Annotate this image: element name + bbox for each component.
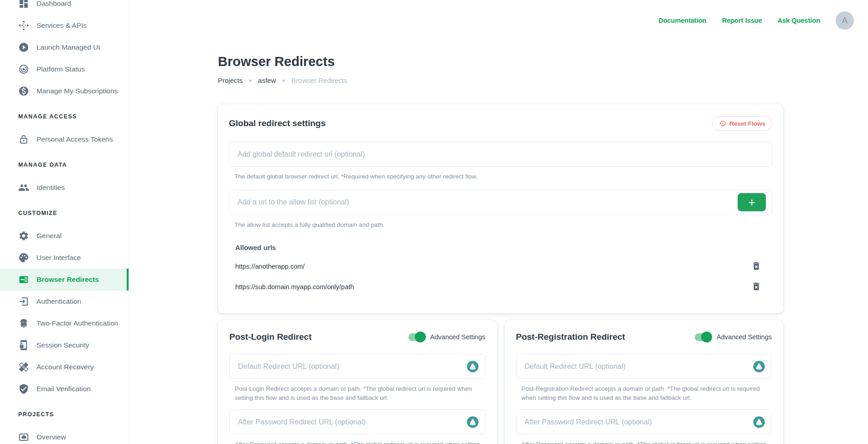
sidebar-item-label: Account Recovery	[36, 363, 94, 371]
avatar[interactable]: A	[836, 11, 854, 30]
add-allow-url-button[interactable]: +	[738, 193, 766, 211]
plus-icon: +	[749, 197, 755, 208]
phone-lock-icon	[18, 340, 29, 351]
breadcrumb-separator: ●	[248, 77, 252, 84]
lock-icon	[18, 134, 29, 145]
post-registration-default-redirect-input[interactable]	[516, 354, 772, 379]
sidebar-item-overview[interactable]: Overview	[0, 426, 129, 444]
sidebar-section-manage-access: MANAGE ACCESS	[0, 109, 129, 124]
healing-icon	[18, 362, 29, 373]
ask-question-link[interactable]: Ask Question	[778, 17, 820, 24]
global-default-redirect-url-input[interactable]	[229, 142, 772, 167]
allowed-url-row: https://sub.domain.myapp.com/only/path	[235, 281, 772, 292]
card-title: Post-Registration Redirect	[516, 332, 625, 342]
sidebar-item-account-recovery[interactable]: Account Recovery	[0, 356, 129, 378]
post-login-after-password-input[interactable]	[229, 409, 486, 434]
dashboard-icon	[18, 0, 29, 9]
sidebar-item-user-interface[interactable]: User Interface	[0, 247, 129, 269]
post-registration-redirect-card: Post-Registration Redirect Advanced Sett…	[505, 320, 784, 444]
cloud-box-icon	[18, 432, 29, 443]
post-login-redirect-card: Post-Login Redirect Advanced Settings Po…	[218, 320, 497, 444]
dollar-circle-icon	[18, 86, 29, 97]
services-apis-icon	[18, 20, 29, 31]
allow-list-helper-text: The allow list accepts a fully qualified…	[234, 220, 772, 230]
sidebar-item-platform-status[interactable]: Platform Status	[0, 58, 129, 80]
sidebar-item-label: Email Verification	[36, 385, 91, 393]
sidebar-item-label: Personal Access Tokens	[36, 135, 113, 143]
gear-icon	[18, 230, 29, 241]
breadcrumb-project-name[interactable]: asfew	[258, 77, 276, 84]
sidebar: Dashboard Services & APIs Launch Managed…	[0, 0, 129, 444]
breadcrumb-current: Browser Redirects	[291, 77, 347, 84]
sidebar-item-launch-managed-ui[interactable]: Launch Managed UI	[0, 36, 129, 58]
main-area: Documentation Report Issue Ask Question …	[129, 0, 868, 444]
advanced-settings-label: Advanced Settings	[717, 333, 772, 341]
sidebar-item-browser-redirects[interactable]: Browser Redirects	[0, 269, 129, 291]
breadcrumb-separator: ●	[282, 77, 285, 84]
shield-check-icon	[18, 383, 29, 394]
sidebar-item-services-apis[interactable]: Services & APIs	[0, 15, 129, 36]
flow-arc-icon	[752, 360, 766, 373]
allowed-url: https://sub.domain.myapp.com/only/path	[235, 283, 354, 291]
sidebar-item-manage-subscriptions[interactable]: Manage My Subscriptions	[0, 80, 129, 102]
sidebar-item-label: Overview	[36, 433, 66, 441]
advanced-settings-toggle[interactable]	[695, 333, 711, 341]
sidebar-item-general[interactable]: General	[0, 225, 129, 247]
post-registration-after-password-input[interactable]	[516, 409, 772, 434]
people-icon	[18, 182, 29, 193]
sidebar-item-label: Two-Factor Authentication	[36, 319, 118, 327]
advanced-settings-label: Advanced Settings	[430, 333, 486, 341]
sidebar-item-label: Platform Status	[36, 65, 85, 73]
post-registration-default-helper: Post-Registration Redirect accepts a dom…	[522, 384, 772, 402]
breadcrumb: Projects ● asfew ● Browser Redirects	[218, 77, 783, 84]
sidebar-item-two-factor[interactable]: Two-Factor Authentication	[0, 312, 129, 334]
sidebar-item-label: Browser Redirects	[36, 276, 99, 284]
post-registration-after-password-helper: After Password accepts a domain or path.…	[522, 440, 772, 444]
sidebar-item-label: Authentication	[36, 297, 81, 306]
platform-status-icon	[18, 64, 29, 75]
palette-icon	[18, 252, 29, 263]
card-title: Global redirect settings	[229, 118, 326, 128]
sidebar-item-label: Services & APIs	[36, 21, 87, 30]
trash-x-icon	[751, 286, 761, 293]
sidebar-item-dashboard[interactable]: Dashboard	[0, 0, 129, 15]
flow-arc-icon	[466, 360, 480, 373]
page-content: Browser Redirects Projects ● asfew ● Bro…	[218, 0, 783, 444]
post-login-default-redirect-input[interactable]	[229, 354, 486, 379]
post-login-default-helper: Post-Login Redirect accepts a domain or …	[235, 384, 486, 402]
advanced-settings-toggle[interactable]	[408, 333, 424, 341]
sidebar-item-label: Session Security	[36, 341, 89, 349]
flow-arc-icon	[752, 415, 766, 429]
sidebar-item-identities[interactable]: Identities	[0, 177, 129, 199]
allow-list-url-input[interactable]	[229, 190, 772, 215]
sidebar-item-personal-access-tokens[interactable]: Personal Access Tokens	[0, 128, 129, 150]
sidebar-item-label: General	[36, 232, 62, 240]
history-icon	[719, 120, 726, 127]
sidebar-section-customize: CUSTOMIZE	[0, 206, 129, 220]
sidebar-item-label: Launch Managed UI	[36, 43, 100, 51]
sidebar-section-projects: PROJECTS	[0, 407, 129, 422]
global-redirect-settings-card: Global redirect settings Reset Flows The…	[218, 104, 783, 313]
login-icon	[18, 296, 29, 307]
flow-arc-icon	[466, 415, 480, 429]
page-title: Browser Redirects	[218, 54, 783, 69]
reset-flows-button[interactable]: Reset Flows	[712, 116, 772, 131]
delete-url-button[interactable]	[751, 281, 761, 292]
allowed-url: https://anotherapp.com/	[235, 263, 305, 270]
sidebar-item-label: Manage My Subscriptions	[36, 87, 118, 95]
sidebar-item-session-security[interactable]: Session Security	[0, 334, 129, 356]
breadcrumb-projects[interactable]: Projects	[218, 77, 243, 84]
trash-x-icon	[751, 265, 761, 272]
browser-window-icon	[18, 274, 29, 285]
sidebar-item-label: User Interface	[36, 254, 81, 262]
sidebar-item-label: Dashboard	[36, 0, 71, 8]
allowed-urls-section: Allowed urls https://anotherapp.com/ htt…	[235, 244, 772, 292]
sidebar-item-authentication[interactable]: Authentication	[0, 291, 129, 312]
play-circle-icon	[18, 42, 29, 53]
post-login-after-password-helper: After Password accepts a domain or path.…	[235, 440, 486, 444]
delete-url-button[interactable]	[751, 261, 761, 272]
reset-flows-label: Reset Flows	[729, 120, 765, 127]
sidebar-item-email-verification[interactable]: Email Verification	[0, 378, 129, 400]
sidebar-section-manage-data: MANAGE DATA	[0, 158, 129, 172]
global-default-helper-text: The default global browser redirect url.…	[234, 172, 772, 181]
